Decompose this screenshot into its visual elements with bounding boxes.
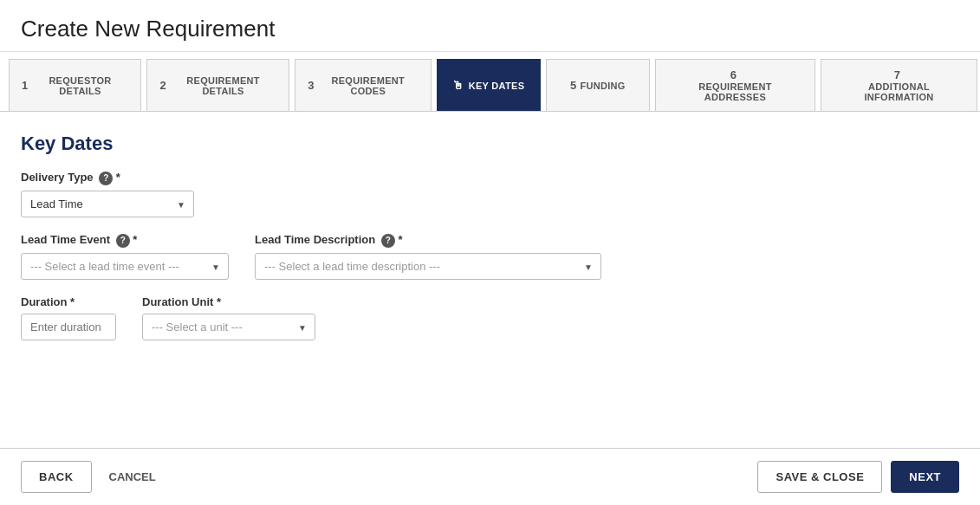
lead-time-event-help-icon[interactable]: ? [116, 234, 130, 248]
tab-requirement-codes[interactable]: 3 REQUIREMENT CODES [295, 59, 432, 111]
duration-unit-col: Duration Unit * --- Select a unit --- [142, 295, 315, 340]
duration-input[interactable] [21, 314, 116, 340]
lead-time-description-col: Lead Time Description ? * --- Select a l… [255, 233, 601, 280]
lead-time-description-label: Lead Time Description ? * [255, 233, 601, 248]
duration-row: Duration * Duration Unit * --- Select a … [21, 295, 959, 340]
tab-funding[interactable]: 5 FUNDING [546, 59, 650, 111]
duration-col: Duration * [21, 295, 116, 340]
save-close-button[interactable]: SAVE & CLOSE [757, 461, 882, 493]
tabs-bar: 1 REQUESTOR DETAILS 2 REQUIREMENT DETAIL… [0, 52, 980, 112]
duration-label: Duration * [21, 295, 116, 308]
page-footer: BACK CANCEL SAVE & CLOSE NEXT [0, 448, 980, 505]
lead-time-event-col: Lead Time Event ? * --- Select a lead ti… [21, 233, 229, 280]
tab-requestor-details[interactable]: 1 REQUESTOR DETAILS [9, 59, 141, 111]
tab-requirement-details[interactable]: 2 REQUIREMENT DETAILS [146, 59, 289, 111]
delivery-type-help-icon[interactable]: ? [99, 172, 113, 185]
lead-time-description-help-icon[interactable]: ? [381, 234, 395, 248]
key-dates-icon: 🖱 [452, 79, 464, 92]
delivery-type-label: Delivery Type ? * [21, 171, 959, 185]
next-button[interactable]: NEXT [891, 461, 959, 493]
tab-key-dates[interactable]: 🖱 KEY DATES [437, 59, 541, 111]
delivery-type-group: Delivery Type ? * Lead Time Specific Dat… [21, 171, 959, 217]
cancel-button[interactable]: CANCEL [101, 461, 165, 493]
lead-time-description-select[interactable]: --- Select a lead time description --- [255, 253, 601, 280]
back-button[interactable]: BACK [21, 461, 92, 493]
duration-unit-select[interactable]: --- Select a unit --- [142, 314, 315, 340]
lead-time-description-select-wrapper: --- Select a lead time description --- [255, 253, 601, 280]
page-header: Create New Requirement [0, 0, 980, 52]
footer-right: SAVE & CLOSE NEXT [757, 461, 959, 493]
duration-unit-select-wrapper: --- Select a unit --- [142, 314, 315, 340]
tab-additional-information[interactable]: 7 ADDITIONAL INFORMATION [821, 59, 977, 111]
lead-time-event-select-wrapper: --- Select a lead time event --- [21, 253, 229, 280]
delivery-type-select-wrapper: Lead Time Specific Date [21, 191, 194, 217]
lead-time-event-select[interactable]: --- Select a lead time event --- [21, 253, 229, 280]
page-wrapper: Create New Requirement 1 REQUESTOR DETAI… [0, 0, 980, 505]
tab-requirement-addresses[interactable]: 6 REQUIREMENT ADDRESSES [655, 59, 815, 111]
lead-time-row: Lead Time Event ? * --- Select a lead ti… [21, 233, 959, 280]
delivery-type-select[interactable]: Lead Time Specific Date [21, 191, 194, 217]
section-title: Key Dates [21, 133, 959, 155]
main-content: Key Dates Delivery Type ? * Lead Time Sp… [0, 112, 980, 448]
lead-time-event-label: Lead Time Event ? * [21, 233, 229, 248]
duration-unit-label: Duration Unit * [142, 295, 315, 308]
footer-left: BACK CANCEL [21, 461, 165, 493]
page-title: Create New Requirement [21, 16, 959, 42]
